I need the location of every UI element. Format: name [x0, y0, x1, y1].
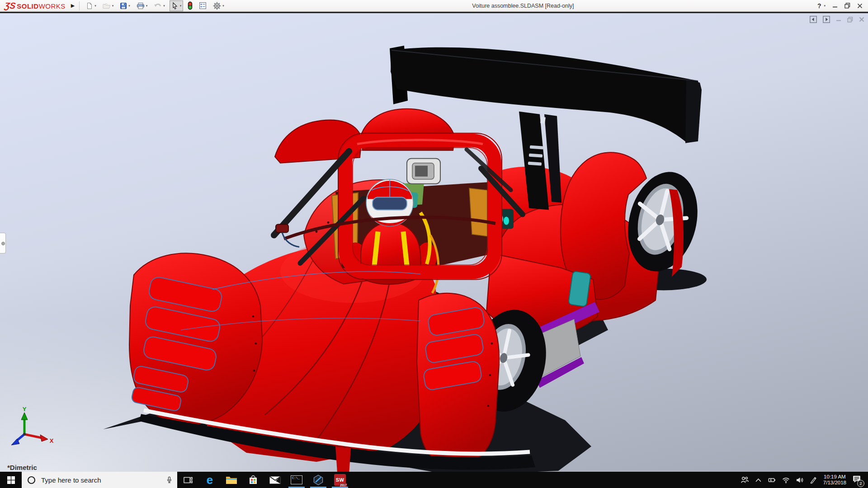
title-bar: ƷSSOLIDWORKS ▶ ▾ ▾ ▾: [0, 0, 868, 12]
gear-icon: [213, 2, 221, 10]
minimize-button[interactable]: [832, 3, 838, 9]
options-button[interactable]: ▾: [211, 0, 226, 11]
taskbar-command-prompt-button[interactable]: C:\_: [286, 472, 307, 488]
task-view-button[interactable]: [177, 472, 199, 488]
taskbar-store-button[interactable]: [242, 472, 264, 488]
document-minimize-icon[interactable]: [836, 17, 841, 22]
car-model: [0, 13, 868, 472]
file-explorer-icon: [226, 475, 237, 484]
taskbar-clock[interactable]: 10:19 AM 7/13/2018: [823, 474, 846, 486]
mail-icon: [269, 476, 281, 484]
taskbar-mail-button[interactable]: [264, 472, 286, 488]
taskbar-file-explorer-button[interactable]: [221, 472, 242, 488]
logo-glyph: ƷS: [4, 1, 16, 11]
taskbar-search-box[interactable]: Type here to search: [22, 472, 177, 488]
pen-icon[interactable]: [810, 476, 817, 483]
battery-icon[interactable]: [768, 477, 776, 483]
graphics-viewport[interactable]: Y X *Dimetric: [0, 13, 868, 472]
chevron-up-icon[interactable]: [755, 478, 762, 483]
previous-window-button[interactable]: [810, 16, 817, 23]
help-button[interactable]: ?: [817, 2, 821, 9]
command-prompt-icon: C:\_: [291, 475, 302, 484]
microphone-icon[interactable]: [166, 476, 173, 484]
minimize-icon: [832, 3, 838, 9]
restore-icon: [844, 3, 850, 9]
document-close-icon[interactable]: [859, 17, 864, 22]
document-window-controls: [810, 16, 864, 23]
menu-expand-arrow-icon[interactable]: ▶: [71, 3, 75, 9]
taskbar-edrawings-button[interactable]: [307, 472, 329, 488]
wifi-icon[interactable]: [782, 477, 790, 483]
document-title: Voiture assomblee.SLDASM [Read-only]: [229, 3, 817, 9]
select-tool-button[interactable]: ▾: [170, 0, 184, 11]
save-floppy-icon: [120, 2, 127, 9]
new-document-button[interactable]: ▾: [84, 0, 98, 11]
print-button[interactable]: ▾: [135, 0, 150, 11]
rearview-mirror: [407, 159, 440, 184]
close-button[interactable]: [857, 3, 863, 9]
right-fender: [417, 293, 499, 466]
file-properties-button[interactable]: [197, 0, 208, 11]
windows-taskbar: Type here to search: [0, 472, 868, 488]
close-icon: [857, 3, 863, 9]
solidworks-window: ƷSSOLIDWORKS ▶ ▾ ▾ ▾: [0, 0, 868, 488]
orientation-triad: Y X: [5, 406, 55, 449]
taskbar-apps: e: [177, 472, 351, 488]
triad-y-label: Y: [23, 406, 27, 413]
save-button[interactable]: ▾: [118, 0, 132, 11]
volume-icon[interactable]: [796, 477, 803, 483]
solidworks-2017-icon: SW 2017: [334, 474, 346, 486]
edge-icon: e: [207, 474, 213, 486]
undo-arrow-icon: [154, 2, 162, 9]
search-placeholder: Type here to search: [41, 476, 166, 484]
action-center-button[interactable]: 2: [853, 475, 861, 485]
store-icon: [248, 475, 258, 485]
undo-button[interactable]: ▾: [152, 0, 167, 11]
taskbar-solidworks-button[interactable]: SW 2017: [329, 472, 351, 488]
help-dropdown-caret[interactable]: ▾: [824, 4, 826, 8]
notification-badge: 2: [857, 480, 864, 487]
triad-x-label: X: [50, 437, 54, 444]
new-document-icon: [86, 2, 93, 9]
select-cursor-icon: [171, 2, 179, 9]
properties-list-icon: [199, 2, 207, 9]
restore-button[interactable]: [844, 3, 850, 9]
taskbar-edge-button[interactable]: e: [199, 472, 221, 488]
open-folder-icon: [103, 2, 111, 9]
document-restore-icon[interactable]: [847, 17, 853, 23]
task-view-icon: [184, 476, 193, 484]
solidworks-logo: ƷSSOLIDWORKS: [5, 1, 66, 11]
view-orientation-label: *Dimetric: [7, 464, 37, 471]
windows-logo-icon: [7, 476, 15, 484]
clock-date: 7/13/2018: [823, 480, 846, 486]
start-button[interactable]: [0, 472, 22, 488]
rebuild-button[interactable]: [186, 0, 194, 11]
printer-icon: [137, 2, 145, 9]
people-icon[interactable]: [741, 476, 749, 483]
traffic-light-icon: [188, 1, 193, 10]
hexagon-app-icon: [313, 474, 324, 485]
next-window-button[interactable]: [823, 16, 830, 23]
clock-time: 10:19 AM: [823, 474, 846, 480]
toolbar-separator: [79, 1, 80, 10]
feature-manager-collapsed-tab[interactable]: [0, 233, 6, 253]
open-document-button[interactable]: ▾: [101, 0, 116, 11]
cortana-icon: [27, 476, 36, 484]
system-tray: 10:19 AM 7/13/2018 2: [741, 472, 868, 488]
